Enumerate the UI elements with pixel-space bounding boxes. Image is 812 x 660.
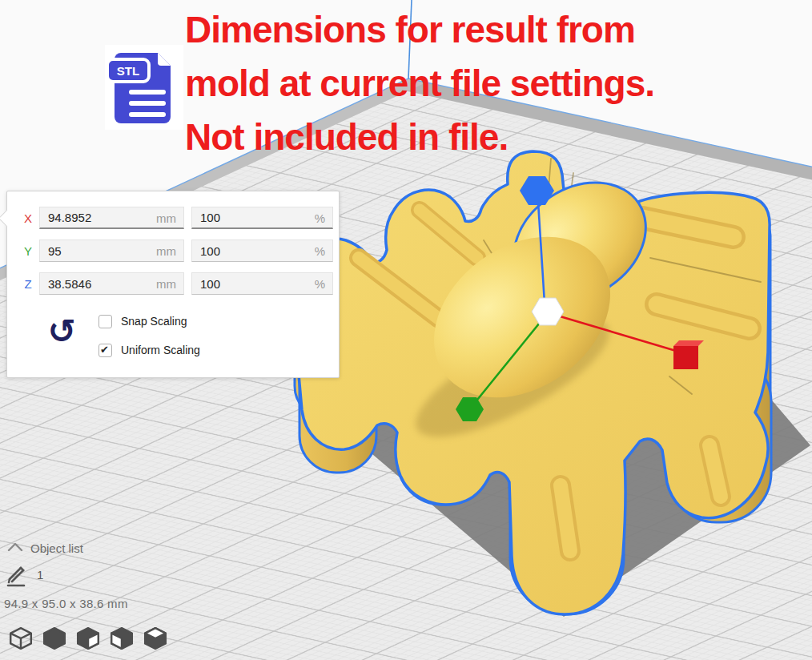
scale-row-x: X mm % xyxy=(7,207,339,231)
object-count: 1 xyxy=(37,568,43,582)
object-list-title[interactable]: Object list xyxy=(30,541,83,555)
axis-label-z: Z xyxy=(22,277,34,291)
snap-scaling-label: Snap Scaling xyxy=(121,315,187,328)
scale-row-z: Z mm % xyxy=(7,272,339,296)
snap-scaling-checkbox[interactable]: ✔ xyxy=(98,315,112,328)
camera-view-toolbar xyxy=(8,626,168,650)
view-right-icon[interactable] xyxy=(143,626,168,650)
object-list-collapse-icon[interactable] xyxy=(6,541,26,553)
uniform-scaling-row[interactable]: ✔ Uniform Scaling xyxy=(98,342,200,358)
reset-scale-button[interactable]: ↺ xyxy=(42,310,81,353)
axis-label-y: Y xyxy=(22,244,34,258)
uniform-scaling-checkbox[interactable]: ✔ xyxy=(98,344,112,357)
view-top-icon[interactable] xyxy=(75,626,101,650)
z-size-input[interactable] xyxy=(40,273,183,294)
axis-label-x: X xyxy=(22,211,34,225)
scale-tool-panel: X mm % Y mm % Z mm % ↺ xyxy=(6,191,340,378)
stl-file-icon: STL xyxy=(105,45,183,130)
scale-row-y: Y mm % xyxy=(7,239,339,264)
y-size-input[interactable] xyxy=(40,240,183,261)
model-dimensions-readout: 94.9 x 95.0 x 38.6 mm xyxy=(4,597,128,610)
uniform-scaling-label: Uniform Scaling xyxy=(121,344,200,356)
x-size-input[interactable] xyxy=(40,207,183,227)
z-percent-input[interactable] xyxy=(192,273,332,294)
x-percent-input[interactable] xyxy=(192,207,332,227)
document-fold xyxy=(158,53,171,66)
view-left-icon[interactable] xyxy=(109,626,135,650)
view-3d-icon[interactable] xyxy=(8,626,34,650)
checkmark-icon: ✔ xyxy=(100,344,109,356)
edit-pencil-icon[interactable] xyxy=(6,565,28,587)
view-front-icon[interactable] xyxy=(42,626,67,650)
stl-badge-label: STL xyxy=(117,64,139,78)
y-percent-input[interactable] xyxy=(192,240,332,261)
snap-scaling-row[interactable]: ✔ Snap Scaling xyxy=(98,313,187,329)
document-text-lines xyxy=(129,90,166,117)
